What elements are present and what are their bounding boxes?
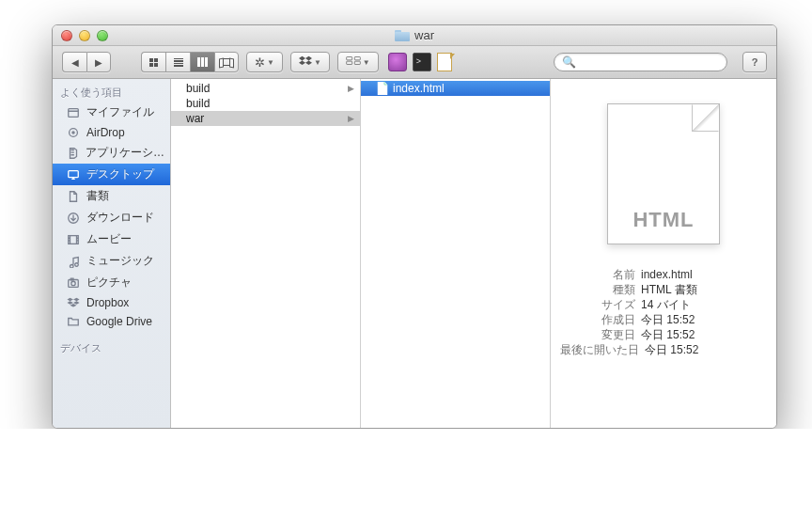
sidebar-item-downloads[interactable]: ダウンロード	[53, 207, 170, 228]
list-item[interactable]: war ▶	[171, 111, 360, 126]
help-button[interactable]: ?	[742, 52, 767, 72]
sidebar-item-desktop[interactable]: デスクトップ	[53, 164, 170, 185]
document-app-icon[interactable]	[437, 53, 452, 71]
documents-icon	[66, 190, 81, 203]
toolbar-extra-icons	[388, 53, 452, 71]
preview-pane: HTML 名前index.html 種類HTML 書類 サイズ14 バイト 作成…	[551, 79, 776, 428]
sidebar-item-label: アプリケーシ…	[86, 145, 164, 161]
folder-icon	[66, 315, 81, 328]
view-icons-button[interactable]	[141, 52, 165, 72]
view-coverflow-button[interactable]	[214, 52, 239, 72]
body: よく使う項目 マイファイル AirDrop アプリケーシ… デスクトップ 書類	[53, 79, 776, 428]
pixelmator-icon[interactable]	[388, 53, 407, 71]
preview-thumbnail[interactable]: HTML	[607, 103, 720, 244]
svg-point-11	[71, 281, 75, 285]
chevron-right-icon: ▶	[348, 114, 354, 123]
meta-value: HTML 書類	[641, 282, 767, 297]
svg-rect-4	[69, 108, 79, 117]
sidebar-item-label: ダウンロード	[86, 210, 154, 226]
meta-value: index.html	[641, 267, 767, 282]
zoom-button[interactable]	[97, 30, 108, 41]
sidebar-item-label: デスクトップ	[86, 166, 154, 182]
sidebar-item-label: ミュージック	[86, 253, 154, 269]
preview-metadata: 名前index.html 種類HTML 書類 サイズ14 バイト 作成日今日 1…	[551, 267, 776, 357]
window-title: war	[414, 28, 434, 42]
page-fold-icon	[693, 104, 719, 131]
meta-value: 今日 15:52	[645, 342, 767, 357]
meta-key: サイズ	[560, 297, 641, 312]
svg-rect-3	[354, 61, 360, 64]
minimize-button[interactable]	[79, 30, 90, 41]
back-button[interactable]: ◀	[62, 52, 86, 72]
arrange-menu-button[interactable]: ▼	[337, 52, 379, 72]
list-item-label: build	[186, 82, 210, 95]
search-field[interactable]: 🔍	[554, 53, 727, 71]
meta-key: 名前	[560, 267, 641, 282]
terminal-icon[interactable]	[413, 53, 431, 71]
sidebar-item-dropbox[interactable]: Dropbox	[53, 293, 170, 312]
gear-icon: ✲	[255, 55, 265, 70]
search-input[interactable]	[581, 55, 719, 69]
svg-rect-7	[69, 170, 79, 177]
myfiles-icon	[66, 106, 81, 119]
html-file-icon	[376, 82, 389, 95]
finder-window: war ◀ ▶ ✲▼ ▼ ▼	[52, 24, 777, 429]
sidebar-item-music[interactable]: ミュージック	[53, 250, 170, 272]
sidebar-header-devices: デバイス	[53, 338, 170, 357]
folder-icon	[395, 30, 410, 41]
meta-value: 14 バイト	[641, 297, 767, 312]
dropbox-toolbar-button[interactable]: ▼	[290, 52, 330, 72]
svg-rect-0	[347, 57, 352, 60]
view-list-button[interactable]	[165, 52, 190, 72]
sidebar-item-label: 書類	[86, 188, 109, 204]
dropbox-icon	[66, 296, 81, 309]
column-2: index.html	[361, 79, 551, 428]
sidebar-item-airdrop[interactable]: AirDrop	[53, 123, 170, 142]
list-item-label: index.html	[393, 82, 445, 95]
meta-key: 作成日	[560, 312, 641, 327]
meta-value: 今日 15:52	[641, 312, 767, 327]
view-columns-button[interactable]	[190, 52, 214, 72]
svg-rect-2	[347, 61, 352, 64]
downloads-icon	[66, 212, 81, 225]
list-item-label: build	[186, 97, 210, 110]
sidebar-header-favorites: よく使う項目	[53, 83, 170, 102]
list-item[interactable]: build	[171, 96, 360, 111]
sidebar-item-movies[interactable]: ムービー	[53, 228, 170, 250]
sidebar-item-googledrive[interactable]: Google Drive	[53, 312, 170, 331]
column-1: build ▶ build war ▶	[171, 79, 361, 428]
action-menu-button[interactable]: ✲▼	[246, 52, 283, 72]
view-mode-buttons	[141, 52, 239, 72]
meta-key: 変更日	[560, 327, 641, 342]
list-item[interactable]: index.html	[361, 81, 550, 96]
sidebar: よく使う項目 マイファイル AirDrop アプリケーシ… デスクトップ 書類	[53, 79, 171, 428]
sidebar-item-documents[interactable]: 書類	[53, 185, 170, 207]
dropbox-icon	[299, 55, 312, 70]
chevron-right-icon: ▶	[348, 84, 354, 93]
sidebar-item-label: AirDrop	[86, 126, 125, 139]
nav-buttons: ◀ ▶	[62, 52, 111, 72]
svg-point-6	[71, 131, 75, 134]
titlebar: war	[53, 25, 776, 46]
list-item[interactable]: build ▶	[171, 81, 360, 96]
search-icon: 🔍	[562, 55, 576, 69]
desktop-icon	[66, 168, 81, 181]
forward-button[interactable]: ▶	[86, 52, 111, 72]
meta-key: 種類	[560, 282, 641, 297]
sidebar-item-label: ムービー	[86, 231, 132, 247]
quicklook-icon	[346, 55, 361, 69]
preview-type-label: HTML	[632, 208, 694, 232]
music-icon	[66, 255, 81, 268]
close-button[interactable]	[61, 30, 72, 41]
airdrop-icon	[66, 126, 81, 139]
sidebar-item-applications[interactable]: アプリケーシ…	[53, 142, 170, 164]
toolbar: ◀ ▶ ✲▼ ▼ ▼ 🔍	[53, 46, 776, 79]
sidebar-item-pictures[interactable]: ピクチャ	[53, 272, 170, 293]
sidebar-item-myfiles[interactable]: マイファイル	[53, 102, 170, 123]
meta-key: 最後に開いた日	[560, 342, 645, 357]
sidebar-item-label: Google Drive	[86, 315, 152, 328]
sidebar-item-label: ピクチャ	[86, 275, 132, 291]
list-item-label: war	[186, 112, 204, 125]
meta-value: 今日 15:52	[641, 327, 767, 342]
sidebar-item-label: マイファイル	[86, 104, 154, 120]
